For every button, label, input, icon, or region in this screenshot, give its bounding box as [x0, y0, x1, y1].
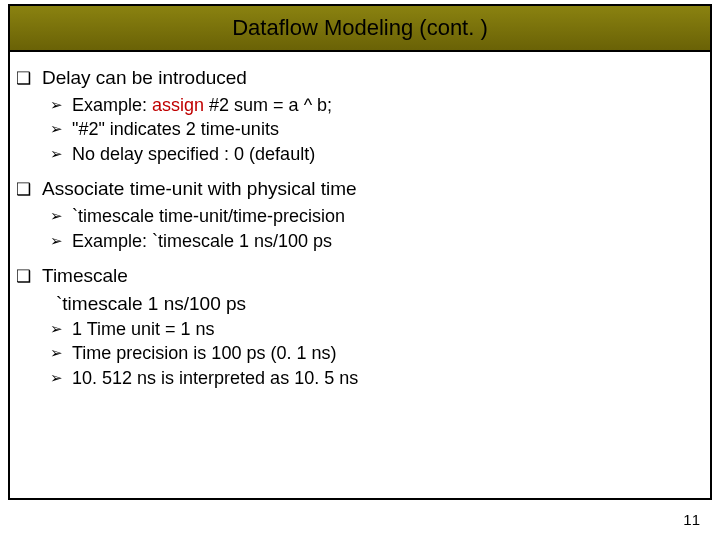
sub-bullet-text: No delay specified : 0 (default)	[72, 143, 315, 166]
sub-bullet: ➢ `timescale time-unit/time-precision	[50, 205, 704, 228]
page-number: 11	[683, 511, 700, 528]
sub-bullet-text: 10. 512 ns is interpreted as 10. 5 ns	[72, 367, 358, 390]
arrow-bullet-icon: ➢	[50, 320, 66, 339]
sub-bullet-group: ➢ Example: assign #2 sum = a ^ b; ➢ "#2"…	[50, 94, 704, 166]
sub-bullet: ➢ "#2" indicates 2 time-units	[50, 118, 704, 141]
sub-bullet: ➢ No delay specified : 0 (default)	[50, 143, 704, 166]
sub-bullet: ➢ Time precision is 100 ps (0. 1 ns)	[50, 342, 704, 365]
arrow-bullet-icon: ➢	[50, 145, 66, 164]
sub-bullet-text: Example: `timescale 1 ns/100 ps	[72, 230, 332, 253]
sub-bullet: ➢ 1 Time unit = 1 ns	[50, 318, 704, 341]
arrow-bullet-icon: ➢	[50, 369, 66, 388]
sub-bullet-group: ➢ 1 Time unit = 1 ns ➢ Time precision is…	[50, 318, 704, 390]
arrow-bullet-icon: ➢	[50, 96, 66, 115]
bullet-main: ❑ Delay can be introduced	[16, 66, 704, 90]
bullet-text: Associate time-unit with physical time	[42, 177, 357, 201]
sub-bullet: ➢ 10. 512 ns is interpreted as 10. 5 ns	[50, 367, 704, 390]
sub-bullet: ➢ Example: `timescale 1 ns/100 ps	[50, 230, 704, 253]
sub-bullet-text: Example: assign #2 sum = a ^ b;	[72, 94, 332, 117]
slide: Dataflow Modeling (cont. ) ❑ Delay can b…	[0, 0, 720, 540]
bullet-text: Delay can be introduced	[42, 66, 247, 90]
arrow-bullet-icon: ➢	[50, 120, 66, 139]
sub-bullet-text: `timescale time-unit/time-precision	[72, 205, 345, 228]
sub-bullet-text: 1 Time unit = 1 ns	[72, 318, 215, 341]
slide-content: ❑ Delay can be introduced ➢ Example: ass…	[10, 52, 710, 407]
slide-title: Dataflow Modeling (cont. )	[232, 15, 488, 41]
square-bullet-icon: ❑	[16, 68, 34, 89]
sub-bullet-text: "#2" indicates 2 time-units	[72, 118, 279, 141]
sub-bullet-text: Time precision is 100 ps (0. 1 ns)	[72, 342, 336, 365]
arrow-bullet-icon: ➢	[50, 344, 66, 363]
square-bullet-icon: ❑	[16, 266, 34, 287]
bullet-main: ❑ Associate time-unit with physical time	[16, 177, 704, 201]
sub-bullet: ➢ Example: assign #2 sum = a ^ b;	[50, 94, 704, 117]
sub-bullet-group: ➢ `timescale time-unit/time-precision ➢ …	[50, 205, 704, 252]
arrow-bullet-icon: ➢	[50, 207, 66, 226]
slide-frame: Dataflow Modeling (cont. ) ❑ Delay can b…	[8, 4, 712, 500]
bullet-main: ❑ Timescale	[16, 264, 704, 288]
code-line: `timescale 1 ns/100 ps	[56, 292, 704, 316]
square-bullet-icon: ❑	[16, 179, 34, 200]
arrow-bullet-icon: ➢	[50, 232, 66, 251]
bullet-text: Timescale	[42, 264, 128, 288]
title-bar: Dataflow Modeling (cont. )	[10, 6, 710, 52]
